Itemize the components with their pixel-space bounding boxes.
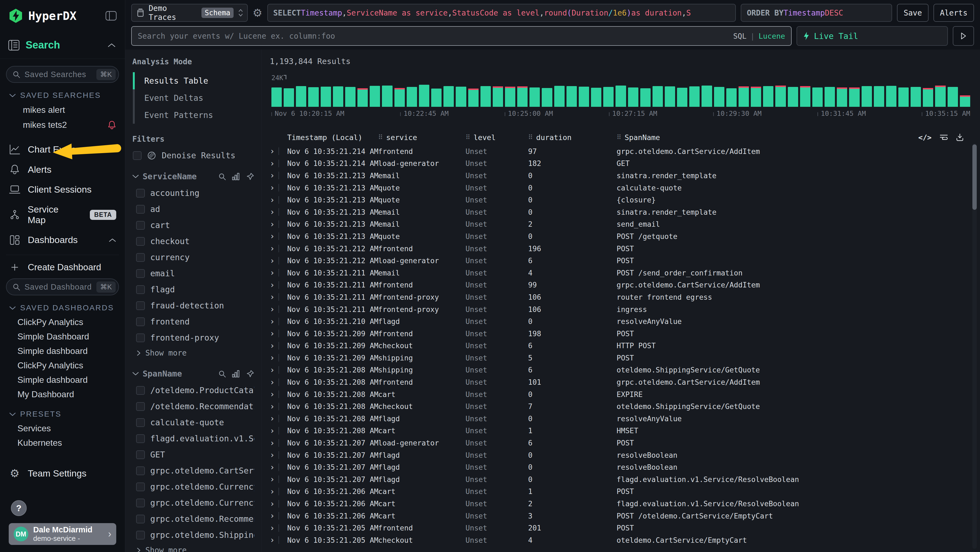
histogram-bar[interactable] [591, 88, 601, 107]
histogram-bar[interactable] [935, 86, 945, 107]
histogram-bar[interactable] [751, 87, 761, 107]
table-row[interactable]: › Nov 6 10:35:21.206 AM cart Unset 1 POS… [270, 485, 964, 498]
events-histogram[interactable]: 24K [271, 83, 970, 117]
chevron-up-icon[interactable] [108, 43, 116, 48]
saved-searches-header[interactable]: SAVED SEARCHES [9, 91, 116, 100]
table-row[interactable]: › Nov 6 10:35:21.207 AM flagd Unset 0 re… [270, 449, 964, 461]
expand-row-icon[interactable]: › [270, 512, 275, 520]
checkbox[interactable] [136, 205, 145, 214]
filter-checkbox-item[interactable]: cart [132, 217, 254, 233]
expand-row-icon[interactable]: › [270, 232, 275, 240]
histogram-bar[interactable] [677, 88, 687, 107]
saved-dashboard-item[interactable]: ClickPy Analytics [6, 358, 119, 373]
filter-checkbox-item[interactable]: GET [132, 447, 254, 463]
table-row[interactable]: › Nov 6 10:35:21.206 AM cart Unset 3 POS… [270, 510, 964, 522]
column-header-duration[interactable]: ⠿duration [528, 133, 617, 142]
query-settings-gear-icon[interactable]: ⚙ [253, 7, 262, 18]
analysis-mode-tab[interactable]: Event Patterns [133, 107, 254, 124]
drag-handle-icon[interactable]: ⠿ [617, 134, 622, 141]
wrap-lines-icon[interactable] [940, 134, 948, 141]
table-row[interactable]: › Nov 6 10:35:21.212 AM frontend Unset 1… [270, 242, 964, 255]
histogram-bar[interactable] [419, 85, 429, 107]
checkbox[interactable] [136, 333, 145, 342]
analysis-mode-tab[interactable]: Results Table [133, 72, 254, 89]
histogram-bar[interactable] [738, 86, 749, 107]
table-row[interactable]: › Nov 6 10:35:21.213 AM email Unset 2 se… [270, 218, 964, 230]
expand-row-icon[interactable]: › [270, 500, 275, 508]
expand-row-icon[interactable]: › [270, 208, 275, 216]
filter-checkbox-item[interactable]: currency [132, 249, 254, 265]
table-row[interactable]: › Nov 6 10:35:21.211 AM frontend-proxy U… [270, 291, 964, 303]
create-dashboard-button[interactable]: Create Dashboard [6, 259, 119, 276]
table-row[interactable]: › Nov 6 10:35:21.213 AM quote Unset 0 ca… [270, 182, 964, 194]
checkbox[interactable] [136, 482, 145, 491]
expand-row-icon[interactable]: › [270, 147, 275, 155]
expand-row-icon[interactable]: › [270, 439, 275, 447]
table-row[interactable]: › Nov 6 10:35:21.213 AM email Unset 0 si… [270, 206, 964, 218]
expand-row-icon[interactable]: › [270, 244, 275, 252]
expand-row-icon[interactable]: › [270, 171, 275, 180]
histogram-bar[interactable] [284, 88, 294, 107]
expand-row-icon[interactable]: › [270, 305, 275, 313]
filter-checkbox-item[interactable]: grpc.oteldemo.CurrencyS… [132, 479, 254, 495]
expand-row-icon[interactable]: › [270, 378, 275, 386]
expand-row-icon[interactable]: › [270, 463, 275, 471]
preset-item[interactable]: Kubernetes [6, 436, 119, 450]
checkbox[interactable] [136, 302, 145, 310]
filter-checkbox-item[interactable]: flagd.evaluation.v1.Ser… [132, 431, 254, 447]
expand-row-icon[interactable]: › [270, 317, 275, 325]
histogram-bar[interactable] [579, 87, 589, 107]
histogram-bar[interactable] [468, 89, 479, 107]
expand-row-icon[interactable]: › [270, 183, 275, 192]
live-tail-button[interactable]: Live Tail [797, 26, 948, 46]
preset-item[interactable]: Services [6, 421, 119, 436]
histogram-bar[interactable] [665, 86, 675, 107]
spanname-group-header[interactable]: SpanName [132, 369, 254, 378]
table-row[interactable]: › Nov 6 10:35:21.214 AM frontend Unset 9… [270, 145, 964, 158]
filter-checkbox-item[interactable]: flagd [132, 281, 254, 298]
sidebar-item-search[interactable]: Search [0, 24, 125, 59]
sidebar-item-service-map[interactable]: Service Map BETA [6, 199, 119, 230]
histogram-bar[interactable] [849, 88, 859, 107]
saved-dashboard-item[interactable]: Simple dashboard [6, 344, 119, 358]
saved-searches-input[interactable] [24, 70, 92, 79]
checkbox[interactable] [136, 221, 145, 230]
saved-search-item[interactable]: mikes tets2 [6, 117, 119, 132]
histogram-bar[interactable] [886, 86, 896, 107]
expand-row-icon[interactable]: › [270, 293, 275, 301]
table-row[interactable]: › Nov 6 10:35:21.210 AM flagd Unset 0 re… [270, 315, 964, 327]
histogram-bar[interactable] [382, 86, 392, 107]
expand-row-icon[interactable]: › [270, 451, 275, 459]
table-row[interactable]: › Nov 6 10:35:21.208 AM shipping Unset 6… [270, 364, 964, 376]
histogram-bar[interactable] [333, 86, 343, 107]
checkbox[interactable] [136, 515, 145, 523]
scrollbar-thumb[interactable] [972, 144, 977, 210]
histogram-bar[interactable] [640, 88, 651, 107]
expand-row-icon[interactable]: › [270, 366, 275, 374]
table-row[interactable]: › Nov 6 10:35:21.208 AM cart Unset 1 HMS… [270, 425, 964, 437]
filter-checkbox-item[interactable]: email [132, 265, 254, 281]
servicename-show-more[interactable]: Show more [132, 346, 254, 357]
analysis-mode-tab[interactable]: Event Deltas [133, 89, 254, 107]
table-row[interactable]: › Nov 6 10:35:21.211 AM frontend-proxy U… [270, 303, 964, 316]
column-header-level[interactable]: ⠿level [466, 133, 528, 142]
table-row[interactable]: › Nov 6 10:35:21.207 AM flagd Unset 0 fl… [270, 473, 964, 485]
histogram-bar[interactable] [358, 88, 368, 107]
sidebar-collapse-icon[interactable] [105, 11, 117, 21]
spanname-show-more[interactable]: Show more [132, 543, 254, 552]
servicename-group-header[interactable]: ServiceName [132, 172, 254, 181]
histogram-bar[interactable] [505, 87, 515, 107]
checkbox[interactable] [136, 531, 145, 539]
lang-lucene-toggle[interactable]: Lucene [759, 32, 785, 40]
filter-checkbox-item[interactable]: calculate-quote [132, 415, 254, 431]
histogram-bar[interactable] [837, 88, 847, 107]
checkbox[interactable] [136, 418, 145, 427]
code-view-icon[interactable]: </> [918, 133, 932, 142]
histogram-bar[interactable] [800, 86, 810, 107]
table-row[interactable]: › Nov 6 10:35:21.213 AM quote Unset 0 {c… [270, 194, 964, 206]
histogram-bar[interactable] [702, 86, 712, 107]
expand-row-icon[interactable]: › [270, 524, 275, 532]
table-row[interactable]: › Nov 6 10:35:21.209 AM checkout Unset 6… [270, 340, 964, 352]
checkbox[interactable] [136, 317, 145, 326]
histogram-bar[interactable] [603, 87, 614, 107]
